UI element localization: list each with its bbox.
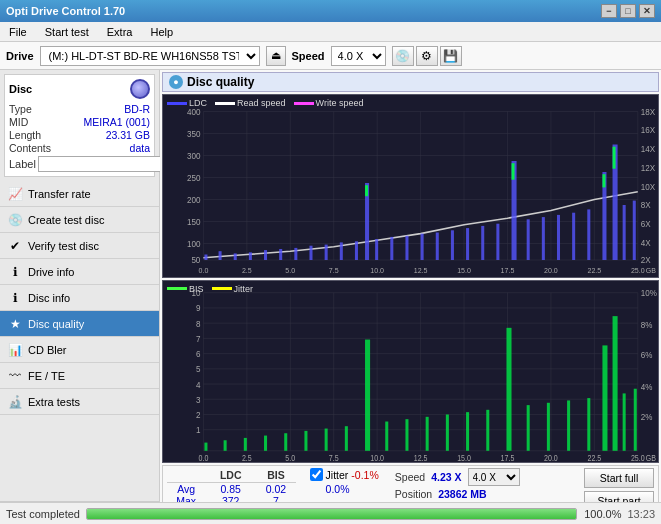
window-controls: − □ ✕ bbox=[601, 4, 655, 18]
svg-text:GB: GB bbox=[646, 453, 656, 462]
svg-rect-63 bbox=[405, 236, 408, 260]
svg-text:7.5: 7.5 bbox=[329, 266, 339, 275]
svg-rect-71 bbox=[527, 219, 530, 260]
svg-rect-142 bbox=[365, 339, 370, 450]
eject-button[interactable]: ⏏ bbox=[266, 46, 286, 66]
svg-rect-146 bbox=[446, 414, 449, 450]
svg-rect-69 bbox=[496, 224, 499, 260]
transfer-rate-label: Transfer rate bbox=[28, 188, 91, 200]
svg-rect-67 bbox=[466, 228, 469, 260]
menu-file[interactable]: File bbox=[4, 25, 32, 39]
ldc-chart-panel: LDC Read speed Write speed bbox=[162, 94, 659, 278]
svg-text:10X: 10X bbox=[641, 181, 656, 191]
svg-text:10%: 10% bbox=[641, 287, 657, 298]
disc-quality-label: Disc quality bbox=[28, 318, 84, 330]
bottom-status-bar: Test completed 100.0% 13:23 bbox=[0, 502, 661, 524]
svg-rect-56 bbox=[309, 246, 312, 260]
legend-ldc-label: LDC bbox=[189, 98, 207, 108]
svg-rect-53 bbox=[264, 250, 267, 260]
progress-bar-fill bbox=[87, 509, 576, 519]
jitter-checkbox[interactable] bbox=[310, 468, 323, 481]
svg-rect-49 bbox=[204, 255, 207, 261]
sidebar: Disc Type BD-R MID MEIRA1 (001) Length 2… bbox=[0, 70, 160, 524]
sidebar-item-fe-te[interactable]: 〰 FE / TE bbox=[0, 363, 159, 389]
transfer-rate-icon: 📈 bbox=[8, 187, 22, 201]
svg-text:400: 400 bbox=[187, 106, 201, 116]
svg-text:100: 100 bbox=[187, 238, 201, 248]
svg-rect-66 bbox=[451, 230, 454, 260]
svg-text:5.0: 5.0 bbox=[285, 266, 295, 275]
svg-text:150: 150 bbox=[187, 216, 201, 226]
chart-area: ● Disc quality LDC Read speed bbox=[160, 70, 661, 524]
stats-avg-ldc: 0.85 bbox=[205, 483, 256, 496]
svg-rect-61 bbox=[375, 239, 378, 260]
disc-label-row: Label 🔍 bbox=[9, 156, 150, 172]
stats-col-bis: BIS bbox=[256, 468, 295, 483]
cd-bler-label: CD Bler bbox=[28, 344, 67, 356]
chart1-legend: LDC Read speed Write speed bbox=[167, 98, 363, 108]
svg-text:8%: 8% bbox=[641, 319, 653, 330]
drive-label: Drive bbox=[6, 50, 34, 62]
disc-contents-val: data bbox=[130, 142, 150, 154]
speed-select[interactable]: 4.0 X bbox=[331, 46, 386, 66]
svg-text:9: 9 bbox=[196, 302, 201, 313]
verify-test-disc-icon: ✔ bbox=[8, 239, 22, 253]
menu-help[interactable]: Help bbox=[145, 25, 178, 39]
speed-row: Speed 4.23 X 4.0 X bbox=[395, 468, 520, 486]
stats-avg-label: Avg bbox=[167, 483, 205, 496]
svg-rect-80 bbox=[365, 185, 368, 196]
svg-rect-82 bbox=[602, 174, 605, 187]
sidebar-nav: 📈 Transfer rate 💿 Create test disc ✔ Ver… bbox=[0, 181, 159, 415]
disc-mid-val: MEIRA1 (001) bbox=[83, 116, 150, 128]
svg-text:200: 200 bbox=[187, 194, 201, 204]
drive-select[interactable]: (M:) HL-DT-ST BD-RE WH16NS58 TST4 bbox=[40, 46, 260, 66]
speed-dropdown[interactable]: 4.0 X bbox=[468, 468, 520, 486]
chart2-svg: 10 9 8 7 6 5 4 3 2 1 10% 8% bbox=[163, 281, 658, 463]
svg-rect-151 bbox=[547, 402, 550, 450]
sidebar-item-verify-test-disc[interactable]: ✔ Verify test disc bbox=[0, 233, 159, 259]
jitter-checkbox-row: Jitter -0.1% bbox=[310, 468, 379, 481]
disc-quality-icon: ★ bbox=[8, 317, 22, 331]
start-full-button[interactable]: Start full bbox=[584, 468, 654, 488]
create-test-disc-label: Create test disc bbox=[28, 214, 104, 226]
maximize-button[interactable]: □ bbox=[620, 4, 636, 18]
chart2-legend: BIS Jitter bbox=[167, 284, 253, 294]
svg-rect-140 bbox=[325, 428, 328, 450]
svg-text:5.0: 5.0 bbox=[285, 453, 295, 462]
bis-chart-panel: BIS Jitter bbox=[162, 280, 659, 464]
svg-rect-153 bbox=[587, 398, 590, 451]
settings-icon-btn[interactable]: ⚙ bbox=[416, 46, 438, 66]
svg-text:12.5: 12.5 bbox=[414, 266, 428, 275]
sidebar-item-disc-info[interactable]: ℹ Disc info bbox=[0, 285, 159, 311]
disc-type-row: Type BD-R bbox=[9, 103, 150, 115]
disc-icon-btn[interactable]: 💿 bbox=[392, 46, 414, 66]
close-button[interactable]: ✕ bbox=[639, 4, 655, 18]
disc-info-panel: Disc Type BD-R MID MEIRA1 (001) Length 2… bbox=[4, 74, 155, 177]
jitter-max-row: 0.0% bbox=[310, 483, 379, 495]
sidebar-item-drive-info[interactable]: ℹ Drive info bbox=[0, 259, 159, 285]
save-icon-btn[interactable]: 💾 bbox=[440, 46, 462, 66]
sidebar-item-extra-tests[interactable]: 🔬 Extra tests bbox=[0, 389, 159, 415]
svg-rect-54 bbox=[279, 249, 282, 260]
sidebar-item-create-test-disc[interactable]: 💿 Create test disc bbox=[0, 207, 159, 233]
svg-text:2: 2 bbox=[196, 409, 201, 420]
drive-info-icon: ℹ bbox=[8, 265, 22, 279]
svg-rect-139 bbox=[304, 430, 307, 450]
svg-rect-84 bbox=[163, 281, 658, 463]
fe-te-label: FE / TE bbox=[28, 370, 65, 382]
sidebar-item-transfer-rate[interactable]: 📈 Transfer rate bbox=[0, 181, 159, 207]
title-bar: Opti Drive Control 1.70 − □ ✕ bbox=[0, 0, 661, 22]
disc-mid-row: MID MEIRA1 (001) bbox=[9, 116, 150, 128]
svg-rect-156 bbox=[623, 393, 626, 450]
sidebar-item-disc-quality[interactable]: ★ Disc quality bbox=[0, 311, 159, 337]
menu-start-test[interactable]: Start test bbox=[40, 25, 94, 39]
menu-extra[interactable]: Extra bbox=[102, 25, 138, 39]
sidebar-item-cd-bler[interactable]: 📊 CD Bler bbox=[0, 337, 159, 363]
minimize-button[interactable]: − bbox=[601, 4, 617, 18]
svg-text:25.0: 25.0 bbox=[631, 266, 645, 275]
svg-text:20.0: 20.0 bbox=[544, 453, 558, 462]
disc-label-input[interactable] bbox=[38, 156, 171, 172]
svg-rect-135 bbox=[224, 440, 227, 451]
svg-text:10.0: 10.0 bbox=[370, 453, 384, 462]
progress-pct: 100.0% bbox=[583, 508, 621, 520]
